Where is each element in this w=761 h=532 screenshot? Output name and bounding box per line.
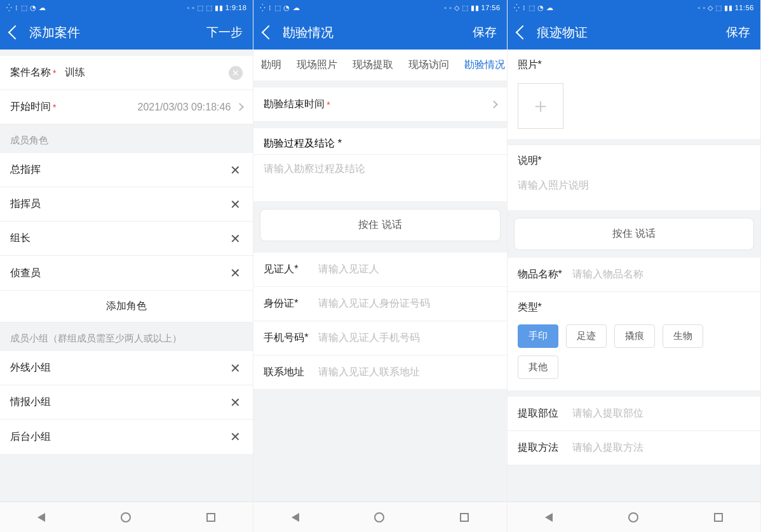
tab-bar: 勘明 现场照片 现场提取 现场访问 勘验情况 bbox=[253, 50, 506, 81]
chevron-right-icon bbox=[236, 103, 244, 111]
idcard-row[interactable]: 身份证* 请输入见证人身份证号码 bbox=[253, 287, 506, 321]
phone-row[interactable]: 手机号码* 请输入见证人手机号码 bbox=[253, 321, 506, 356]
required-icon: * bbox=[538, 59, 542, 70]
next-button[interactable]: 下一步 bbox=[206, 24, 243, 41]
phone-label: 手机号码 bbox=[264, 332, 304, 343]
type-chip[interactable]: 撬痕 bbox=[614, 324, 655, 348]
tab-item[interactable]: 现场访问 bbox=[401, 50, 457, 81]
photo-section-label: 照片* bbox=[508, 50, 760, 76]
nav-recent-icon[interactable] bbox=[206, 513, 215, 522]
nav-back-icon[interactable] bbox=[292, 513, 299, 522]
type-chip[interactable]: 生物 bbox=[663, 324, 703, 348]
android-navbar bbox=[0, 502, 253, 532]
delete-icon[interactable]: ✕ bbox=[227, 429, 243, 444]
delete-icon[interactable]: ✕ bbox=[227, 231, 243, 246]
screen-inspection: ⁛ ⫶ ⬚ ◔ ☁ ◦ ◦ ◇ ⬚ ▮▮ 17:56 勘验情况 保存 勘明 现场… bbox=[253, 0, 507, 532]
tab-item[interactable]: 现场提取 bbox=[345, 50, 401, 81]
role-label: 组长 bbox=[10, 232, 227, 245]
nav-back-icon[interactable] bbox=[37, 513, 45, 522]
phone-input[interactable]: 请输入见证人手机号码 bbox=[318, 331, 496, 345]
address-row[interactable]: 联系地址 请输入见证人联系地址 bbox=[253, 356, 506, 390]
end-time-label: 勘验结束时间 bbox=[264, 98, 325, 111]
extract-method-input[interactable]: 请输入提取方法 bbox=[572, 441, 750, 455]
case-name-row[interactable]: 案件名称 * 训练 ✕ bbox=[0, 56, 253, 90]
desc-textarea[interactable]: 请输入照片说明 bbox=[508, 171, 760, 210]
status-right: ◦ ◦ ◇ ⬚ ▮▮ 11:56 bbox=[697, 4, 754, 12]
page-title: 添加案件 bbox=[29, 24, 80, 41]
role-row[interactable]: 侦查员 ✕ bbox=[0, 256, 253, 290]
add-role-button[interactable]: 添加角色 bbox=[0, 290, 253, 323]
type-chip[interactable]: 足迹 bbox=[566, 324, 607, 348]
status-right: ◦ ◦ ◇ ⬚ ▮▮ 17:56 bbox=[444, 4, 501, 12]
nav-home-icon[interactable] bbox=[121, 512, 131, 522]
nav-recent-icon[interactable] bbox=[460, 513, 469, 522]
delete-icon[interactable]: ✕ bbox=[227, 197, 243, 212]
chevron-right-icon bbox=[490, 100, 498, 109]
roles-section-label: 成员角色 bbox=[0, 124, 253, 153]
save-button[interactable]: 保存 bbox=[473, 24, 497, 41]
process-textarea[interactable]: 请输入勘察过程及结论 bbox=[253, 155, 506, 201]
process-label: 勘验过程及结论 bbox=[264, 138, 335, 149]
address-label: 联系地址 bbox=[264, 366, 304, 377]
group-label: 情报小组 bbox=[10, 396, 227, 409]
voice-button[interactable]: 按住 说话 bbox=[514, 218, 754, 250]
witness-row[interactable]: 见证人* 请输入见证人 bbox=[253, 253, 506, 287]
type-chips: 手印 足迹 撬痕 生物 其他 bbox=[508, 318, 760, 390]
extract-part-row[interactable]: 提取部位 请输入提取部位 bbox=[508, 397, 760, 431]
clear-icon[interactable]: ✕ bbox=[229, 66, 243, 80]
delete-icon[interactable]: ✕ bbox=[227, 163, 243, 178]
header: 痕迹物证 保存 bbox=[508, 15, 760, 50]
start-time-row[interactable]: 开始时间 * 2021/03/03 09:18:46 bbox=[0, 90, 253, 124]
start-time-label: 开始时间 bbox=[10, 100, 51, 114]
desc-section-label: 说明* bbox=[508, 145, 760, 171]
page-title: 勘验情况 bbox=[283, 24, 333, 41]
delete-icon[interactable]: ✕ bbox=[227, 395, 243, 410]
item-name-input[interactable]: 请输入物品名称 bbox=[572, 268, 750, 281]
tab-item[interactable]: 现场照片 bbox=[289, 50, 345, 81]
group-row[interactable]: 外线小组 ✕ bbox=[0, 351, 253, 385]
start-time-value: 2021/03/03 09:18:46 bbox=[56, 102, 231, 113]
type-chip[interactable]: 其他 bbox=[518, 356, 558, 379]
required-icon: * bbox=[538, 302, 542, 312]
delete-icon[interactable]: ✕ bbox=[227, 265, 243, 281]
required-icon: * bbox=[294, 298, 298, 309]
back-icon[interactable] bbox=[515, 25, 530, 40]
idcard-input[interactable]: 请输入见证人身份证号码 bbox=[318, 297, 496, 310]
address-input[interactable]: 请输入见证人联系地址 bbox=[318, 366, 496, 379]
voice-button[interactable]: 按住 说话 bbox=[260, 209, 500, 241]
page-title: 痕迹物证 bbox=[537, 24, 588, 41]
item-name-row[interactable]: 物品名称* 请输入物品名称 bbox=[508, 258, 760, 292]
role-row[interactable]: 指挥员 ✕ bbox=[0, 187, 253, 222]
process-label-row: 勘验过程及结论 * bbox=[253, 128, 506, 155]
nav-home-icon[interactable] bbox=[374, 512, 384, 522]
role-row[interactable]: 组长 ✕ bbox=[0, 222, 253, 256]
group-row[interactable]: 后台小组 ✕ bbox=[0, 420, 253, 454]
case-name-label: 案件名称 bbox=[10, 66, 51, 79]
required-icon: * bbox=[304, 332, 308, 343]
witness-input[interactable]: 请输入见证人 bbox=[318, 263, 496, 276]
extract-part-input[interactable]: 请输入提取部位 bbox=[572, 407, 750, 420]
type-section-label: 类型* bbox=[508, 292, 760, 318]
end-time-row[interactable]: 勘验结束时间 * bbox=[253, 88, 506, 122]
role-row[interactable]: 总指挥 ✕ bbox=[0, 153, 253, 187]
screen-evidence: ⁛ ⫶ ⬚ ◔ ☁ ◦ ◦ ◇ ⬚ ▮▮ 11:56 痕迹物证 保存 照片* ＋… bbox=[508, 0, 761, 532]
tab-item[interactable]: 勘明 bbox=[253, 50, 289, 81]
status-bar: ⁛ ⫶ ⬚ ◔ ☁ ◦ ◦ ◇ ⬚ ▮▮ 17:56 bbox=[253, 0, 506, 15]
extract-method-label: 提取方法 bbox=[518, 442, 558, 453]
extract-method-row[interactable]: 提取方法 请输入提取方法 bbox=[508, 431, 760, 465]
tab-item[interactable]: 勘验情况 bbox=[457, 50, 506, 81]
role-label: 指挥员 bbox=[10, 197, 227, 211]
type-chip[interactable]: 手印 bbox=[518, 324, 558, 348]
nav-home-icon[interactable] bbox=[628, 512, 638, 522]
group-row[interactable]: 情报小组 ✕ bbox=[0, 385, 253, 420]
add-photo-button[interactable]: ＋ bbox=[518, 83, 563, 129]
required-icon: * bbox=[338, 138, 342, 149]
extract-part-label: 提取部位 bbox=[518, 408, 558, 418]
nav-back-icon[interactable] bbox=[545, 513, 553, 522]
back-icon[interactable] bbox=[262, 25, 276, 40]
nav-recent-icon[interactable] bbox=[714, 513, 723, 522]
delete-icon[interactable]: ✕ bbox=[227, 361, 243, 376]
save-button[interactable]: 保存 bbox=[726, 24, 750, 41]
back-icon[interactable] bbox=[8, 25, 23, 40]
idcard-label: 身份证 bbox=[264, 298, 294, 309]
